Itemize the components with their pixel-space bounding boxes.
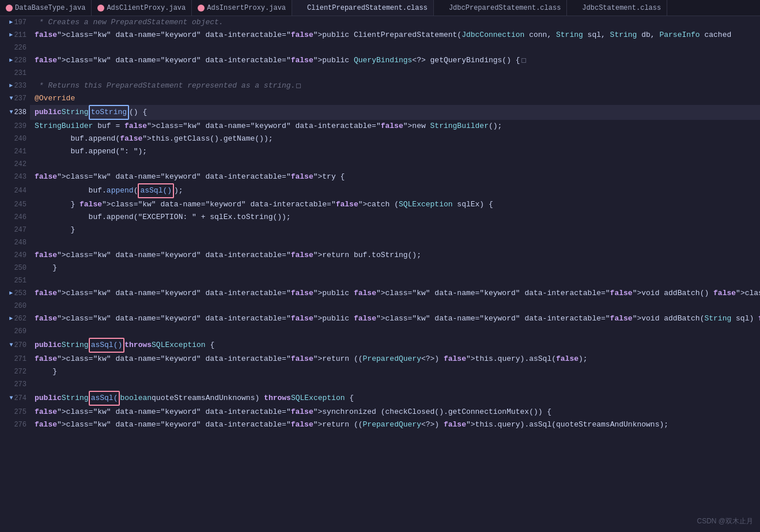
line-number: 237 — [14, 92, 27, 105]
code-line: * Creates a new PreparedStatement object… — [30, 16, 760, 29]
keyword: false — [291, 418, 313, 431]
tab-AdsInsertProxy-java[interactable]: AdsInsertProxy.java — [192, 0, 292, 16]
keyword: false — [35, 54, 57, 67]
gutter-cell: 243 — [0, 171, 30, 183]
fold-collapsed[interactable]: ▶ — [9, 80, 13, 92]
fold-expanded[interactable]: ▼ — [9, 392, 13, 405]
line-number: 240 — [14, 133, 27, 145]
line-number: 245 — [14, 198, 27, 211]
line-number: 238 — [14, 106, 27, 119]
tab-ClientPreparedStatement-class[interactable]: ClientPreparedStatement.class — [292, 0, 434, 16]
fold-collapsed[interactable]: ▶ — [9, 312, 13, 325]
line-number: 269 — [14, 325, 27, 338]
fold-collapsed[interactable]: ▶ — [9, 287, 13, 300]
fold-expanded[interactable]: ▼ — [9, 339, 13, 352]
tab-AdsClientProxy-java[interactable]: AdsClientProxy.java — [92, 0, 192, 16]
fold-collapsed[interactable]: ▶ — [9, 29, 13, 41]
tab-label: ClientPreparedStatement.class — [307, 4, 428, 12]
method-name: toString — [91, 108, 127, 116]
keyword: false — [291, 54, 313, 67]
asSql-method: asSql() — [91, 341, 123, 349]
line-number: 233 — [14, 80, 27, 92]
gutter-cell: 269 — [0, 325, 30, 338]
type: boolean — [120, 392, 152, 405]
gutter-cell: ▼274 — [0, 391, 30, 406]
tab-JdbcStatement-class[interactable]: JdbcStatement.class — [567, 0, 667, 16]
keyword: public — [35, 106, 62, 119]
gutter-cell: ▼270 — [0, 338, 30, 353]
keyword: false — [124, 120, 147, 133]
code-line: false">class="kw" data-name="keyword" da… — [30, 312, 760, 325]
line-row: 248 — [0, 236, 760, 249]
keyword: false — [35, 29, 57, 41]
keyword: throws — [124, 339, 152, 352]
code-line — [30, 158, 760, 171]
tab-DataBaseType-java[interactable]: DataBaseType.java — [0, 0, 92, 16]
keyword: false — [291, 29, 313, 41]
tab-label: AdsClientProxy.java — [107, 4, 186, 12]
keyword: false — [35, 287, 57, 300]
fold-collapsed[interactable]: ▶ — [9, 54, 13, 67]
line-row: ▶233 * Returns this PreparedStatement re… — [0, 80, 760, 92]
line-row: 231 — [0, 67, 760, 80]
fold-expanded[interactable]: ▼ — [9, 106, 13, 119]
line-number: 270 — [14, 339, 27, 352]
keyword: false — [354, 312, 376, 325]
line-row: ▶228 false">class="kw" data-name="keywor… — [0, 54, 760, 67]
line-row: 271 false">class="kw" data-name="keyword… — [0, 353, 760, 365]
type: String — [610, 29, 637, 41]
comment-text: * Creates a new PreparedStatement object… — [35, 16, 224, 29]
line-number: 276 — [14, 418, 27, 431]
line-number: 248 — [14, 236, 27, 249]
gutter-cell: 251 — [0, 274, 30, 287]
code-line — [30, 274, 760, 287]
line-number: 239 — [14, 120, 27, 133]
gutter-cell: ▶197 — [0, 16, 30, 29]
asSql2-method: asSql( — [91, 394, 118, 402]
line-row: 250 } — [0, 262, 760, 274]
line-number: 197 — [14, 16, 27, 29]
watermark: CSDN @双木止月 — [697, 516, 753, 526]
asSql-highlight: asSql() — [89, 338, 125, 353]
java-icon — [6, 5, 13, 12]
type: String — [62, 106, 89, 119]
gutter-cell: ▶228 — [0, 54, 30, 67]
keyword: false — [35, 171, 57, 183]
gutter-cell: ▼237 — [0, 92, 30, 105]
line-number: 246 — [14, 211, 27, 224]
gutter-cell: 239 — [0, 120, 30, 133]
asSql-call: asSql() — [140, 186, 172, 195]
line-number: 271 — [14, 353, 27, 365]
line-number: 242 — [14, 158, 27, 171]
square-marker — [296, 84, 301, 88]
code-line: StringBuilder buf = false">class="kw" da… — [30, 120, 760, 133]
gutter-cell: 272 — [0, 365, 30, 378]
line-row: 260 — [0, 300, 760, 312]
keyword: false — [610, 312, 633, 325]
class-icon — [440, 5, 447, 12]
line-row: ▼274 public String asSql(boolean quoteSt… — [0, 391, 760, 406]
code-line: public String toString() { — [30, 105, 760, 120]
line-row: ▼237 @Override — [0, 92, 760, 105]
fold-expanded[interactable]: ▼ — [9, 92, 13, 105]
keyword: false — [291, 287, 313, 300]
gutter-cell: ▼238 — [0, 105, 30, 120]
line-row: ▶253 false">class="kw" data-name="keywor… — [0, 287, 760, 300]
line-row: ▶211 false">class="kw" data-name="keywor… — [0, 29, 760, 41]
line-number: 251 — [14, 274, 27, 287]
type: SQLException — [291, 392, 345, 405]
tab-JdbcPreparedStatement-class[interactable]: JdbcPreparedStatement.class — [434, 0, 567, 16]
tab-label: DataBaseType.java — [15, 4, 85, 12]
annotation-text: @Override — [35, 92, 75, 105]
keyword: false — [354, 287, 376, 300]
gutter-cell: ▶253 — [0, 287, 30, 300]
gutter-cell: 246 — [0, 211, 30, 224]
code-line: buf.append(asSql()); — [30, 183, 760, 198]
line-row: ▶197 * Creates a new PreparedStatement o… — [0, 16, 760, 29]
keyword: false — [291, 171, 313, 183]
line-number: 273 — [14, 378, 27, 391]
fold-collapsed[interactable]: ▶ — [9, 16, 13, 29]
keyword: false — [291, 353, 313, 365]
keyword: false — [556, 353, 578, 365]
keyword: false — [120, 133, 142, 145]
